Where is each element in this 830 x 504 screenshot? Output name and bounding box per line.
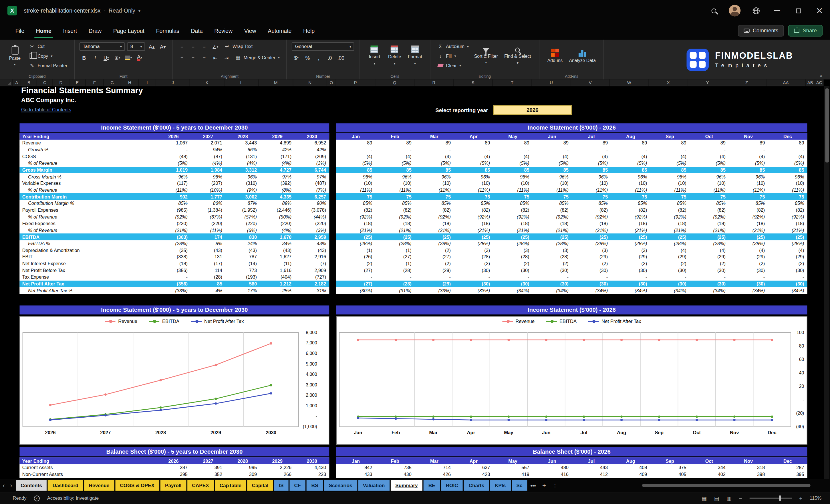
cell[interactable]: 75: [690, 194, 729, 199]
cell[interactable]: (4): [415, 154, 454, 159]
cell[interactable]: (11%): [611, 187, 650, 193]
font-color-button[interactable]: A▾: [135, 54, 144, 62]
cell[interactable]: May: [493, 133, 532, 139]
cell[interactable]: (220): [156, 221, 191, 226]
cell[interactable]: (29): [729, 254, 768, 260]
cell[interactable]: (2): [650, 261, 689, 266]
cell[interactable]: 2029: [260, 458, 295, 464]
cell[interactable]: (18): [611, 221, 650, 226]
cell[interactable]: (33%): [454, 288, 493, 293]
cell[interactable]: 96%: [611, 174, 650, 179]
cell[interactable]: 423: [454, 472, 493, 477]
cell[interactable]: 89: [768, 140, 807, 146]
wrap-text-button[interactable]: ↩Wrap Text: [222, 42, 255, 51]
cell[interactable]: 96%: [191, 174, 225, 179]
menu-home[interactable]: Home: [30, 21, 57, 40]
sheet-tab-bs[interactable]: BS: [307, 480, 323, 491]
cell[interactable]: 1,212: [260, 281, 295, 287]
cell[interactable]: 426: [415, 472, 454, 477]
cell[interactable]: 89: [415, 140, 454, 146]
cell[interactable]: 85: [376, 167, 415, 173]
cell[interactable]: (30): [768, 281, 807, 287]
font-name-dropdown[interactable]: Tahoma▾: [79, 42, 125, 51]
cell[interactable]: Jan: [336, 133, 375, 139]
cell[interactable]: 34%: [260, 241, 295, 246]
cell[interactable]: -: [729, 147, 768, 153]
cell[interactable]: 714: [415, 465, 454, 471]
cell[interactable]: (1): [336, 248, 375, 253]
decrease-indent-button[interactable]: ⇤: [211, 54, 220, 62]
cell[interactable]: (4): [729, 154, 768, 159]
cell[interactable]: (131): [225, 154, 260, 159]
cell[interactable]: (25): [650, 234, 689, 240]
cell[interactable]: 395: [768, 472, 807, 477]
cell[interactable]: -: [611, 275, 650, 280]
cell[interactable]: 89: [611, 140, 650, 146]
cell[interactable]: 90%: [295, 201, 329, 206]
page-layout-view-icon[interactable]: ▤: [714, 495, 719, 501]
cell[interactable]: (4): [650, 154, 689, 159]
sheet-tab-valuation[interactable]: Valuation: [358, 480, 389, 491]
cell[interactable]: -: [768, 275, 807, 280]
cell[interactable]: (43): [295, 248, 329, 253]
cell[interactable]: -: [611, 147, 650, 153]
cell[interactable]: -: [690, 275, 729, 280]
cell[interactable]: 344: [690, 465, 729, 471]
cell[interactable]: (4): [336, 154, 375, 159]
cell[interactable]: 96%: [690, 174, 729, 179]
cell[interactable]: (30): [533, 281, 572, 287]
cell[interactable]: (3): [572, 248, 611, 253]
cell[interactable]: (29): [768, 254, 807, 260]
cell[interactable]: % of Revenue: [20, 187, 156, 193]
column-header-D[interactable]: D: [53, 80, 69, 86]
cell[interactable]: 89%: [260, 201, 295, 206]
cell[interactable]: 85%: [493, 201, 532, 206]
cell[interactable]: 85: [336, 167, 375, 173]
cell[interactable]: Non-Current Assets: [20, 472, 156, 477]
cell[interactable]: (30): [650, 268, 689, 273]
cell[interactable]: (18): [156, 261, 191, 266]
cell[interactable]: Jul: [572, 458, 611, 464]
menu-automate[interactable]: Automate: [262, 21, 297, 40]
cell[interactable]: (21%): [415, 228, 454, 233]
sheet-tab-roic[interactable]: ROIC: [441, 480, 463, 491]
cell[interactable]: Feb: [376, 458, 415, 464]
cell[interactable]: -: [493, 147, 532, 153]
sheet-tab-revenue[interactable]: Revenue: [84, 480, 114, 491]
cell[interactable]: (30): [611, 281, 650, 287]
vertical-scrollbar-thumb[interactable]: [825, 88, 829, 162]
cell[interactable]: 131: [191, 254, 225, 260]
cell[interactable]: (404): [260, 275, 295, 280]
cell[interactable]: (44%): [295, 214, 329, 220]
cell[interactable]: (34%): [493, 288, 532, 293]
cell[interactable]: (21%): [650, 228, 689, 233]
cell[interactable]: (82): [572, 208, 611, 213]
cell[interactable]: (2): [729, 261, 768, 266]
sheet-tab-captable[interactable]: CapTable: [215, 480, 246, 491]
cell[interactable]: (25): [611, 234, 650, 240]
normal-view-icon[interactable]: ▦: [702, 495, 706, 501]
cell[interactable]: (28%): [729, 241, 768, 246]
cell[interactable]: (25): [572, 234, 611, 240]
cell[interactable]: (11%): [533, 187, 572, 193]
cell[interactable]: (82): [336, 208, 375, 213]
column-header-F[interactable]: F: [86, 80, 104, 86]
cell[interactable]: 31%: [295, 288, 329, 293]
column-header-X[interactable]: X: [649, 80, 688, 86]
cell[interactable]: 2028: [225, 458, 260, 464]
cell[interactable]: 409: [611, 472, 650, 477]
cell[interactable]: 4,727: [260, 167, 295, 173]
share-button[interactable]: Share: [788, 25, 823, 36]
cell[interactable]: 75: [768, 194, 807, 199]
cut-button[interactable]: ✂Cut: [27, 42, 69, 51]
cell[interactable]: -: [415, 275, 454, 280]
cell[interactable]: 1,616: [260, 268, 295, 273]
cell[interactable]: (34%): [729, 288, 768, 293]
cell[interactable]: Apr: [454, 458, 493, 464]
cell[interactable]: 85%: [768, 201, 807, 206]
account-avatar[interactable]: [724, 0, 745, 21]
cell[interactable]: (5%): [690, 160, 729, 166]
cell[interactable]: Current Assets: [20, 465, 156, 471]
shrink-font-button[interactable]: A▾: [158, 42, 167, 51]
cell[interactable]: (1): [376, 261, 415, 266]
